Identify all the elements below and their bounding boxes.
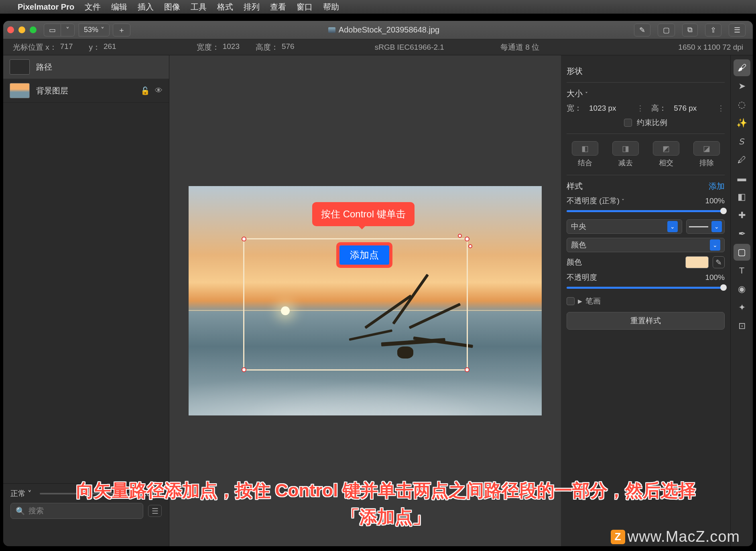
style-tool[interactable]: 🖌: [734, 59, 750, 76]
size-header[interactable]: 大小 ˅: [567, 88, 588, 99]
opacity2-value: 100%: [705, 273, 725, 282]
width-value: 1023: [223, 42, 240, 53]
opacity-dropdown[interactable]: 不透明度 (正常) ˅: [567, 196, 624, 206]
layer-background[interactable]: 背景图层 🔓 👁: [3, 79, 169, 103]
dashed-circle-icon: ◌: [738, 99, 746, 110]
constrain-checkbox[interactable]: [624, 119, 632, 127]
opacity-slider[interactable]: [567, 210, 725, 212]
crop-icon: ▢: [663, 26, 670, 34]
width-stepper[interactable]: ⋮: [636, 104, 644, 113]
height-stepper[interactable]: ⋮: [717, 104, 725, 113]
add-style-link[interactable]: 添加: [709, 181, 725, 192]
stroke-section-toggle[interactable]: ▶ 笔画: [567, 296, 725, 306]
tool-rail: 🖌 ➤ ◌ ✨ 𝘚 🖊 ▬ ◧ ✚ ✒ ▢ T ◉ ✦ ⊡: [730, 55, 753, 546]
menu-help[interactable]: 帮助: [323, 2, 339, 12]
image-preview: 按住 Control 键单击 添加点: [189, 186, 542, 415]
layer-thumbnail: [10, 59, 30, 75]
menu-insert[interactable]: 插入: [138, 2, 154, 12]
cursor-x-label: 光标位置 x：: [13, 42, 57, 53]
eyedropper-icon: ✎: [715, 258, 722, 267]
context-menu-add-point[interactable]: 添加点: [339, 245, 389, 265]
sidebar-dropdown-button[interactable]: ˅: [61, 24, 75, 36]
fill-type-dropdown[interactable]: 颜色⌄: [567, 238, 725, 252]
path-handle-tl[interactable]: [242, 237, 246, 241]
menu-window[interactable]: 窗口: [297, 2, 313, 12]
path-handle-tr[interactable]: [465, 237, 469, 241]
sidebar-toggle-button[interactable]: ▭: [44, 24, 61, 36]
height-input[interactable]: 576 px: [674, 104, 697, 113]
path-handle-tr-aux1[interactable]: [458, 234, 462, 238]
subtract-label: 减去: [607, 158, 644, 168]
instruction-line1: 向矢量路径添加点，按住 Control 键并单击两点之间路径段的一部分，然后选择: [40, 477, 732, 504]
stroke-style-dropdown[interactable]: ⌄: [686, 219, 725, 234]
arrange-tool[interactable]: ➤: [734, 78, 750, 95]
subtract-button[interactable]: ◨: [612, 141, 639, 156]
intersect-button[interactable]: ◩: [653, 141, 679, 156]
fullscreen-window-button[interactable]: [30, 26, 37, 33]
stroke-align-dropdown[interactable]: 中央⌄: [567, 219, 682, 234]
lasso-icon: 𝘚: [739, 136, 744, 147]
eyedropper-button[interactable]: ✎: [713, 256, 725, 268]
unlock-icon[interactable]: 🔓: [140, 86, 150, 95]
crop-button[interactable]: ▢: [658, 24, 675, 36]
minimize-window-button[interactable]: [18, 26, 25, 33]
chevron-updown-icon: ⌄: [710, 239, 720, 251]
app-window: ▭ ˅ 53%˅ ＋ AdobeStock_203958648.jpg ✎ ▢ …: [3, 21, 753, 546]
menu-view[interactable]: 查看: [270, 2, 286, 12]
share-button[interactable]: ⇪: [705, 24, 721, 36]
watermark-logo-icon: Z: [611, 530, 625, 544]
fill-tool[interactable]: ▬: [734, 170, 750, 187]
adjustments-button[interactable]: ☰: [729, 24, 746, 36]
height-label: 高：: [651, 103, 667, 113]
visible-icon[interactable]: 👁: [155, 86, 163, 95]
duplicate-button[interactable]: ⧉: [682, 24, 698, 36]
canvas-area[interactable]: 按住 Control 键单击 添加点: [169, 55, 561, 546]
exclude-button[interactable]: ◪: [693, 141, 720, 156]
blend-mode-dropdown[interactable]: 正常 ˅: [10, 488, 32, 499]
erase-tool[interactable]: ◧: [734, 188, 750, 205]
document-icon: [328, 27, 335, 33]
lasso-tool[interactable]: 𝘚: [734, 133, 750, 150]
pen-tool[interactable]: ✒: [734, 225, 750, 242]
color-adjust-tool[interactable]: ◉: [734, 281, 750, 298]
zoom-dropdown[interactable]: 53%˅: [79, 24, 110, 36]
section-shape-title: 形状: [567, 66, 725, 77]
menu-format[interactable]: 格式: [217, 2, 233, 12]
menu-arrange[interactable]: 排列: [244, 2, 260, 12]
layer-path[interactable]: 路径: [3, 55, 169, 79]
menu-image[interactable]: 图像: [164, 2, 180, 12]
repair-tool[interactable]: ✚: [734, 207, 750, 224]
chevron-down-icon: ˅: [585, 91, 588, 97]
color-swatch[interactable]: [685, 256, 709, 268]
path-handle-br[interactable]: [465, 367, 469, 372]
app-name[interactable]: Pixelmator Pro: [18, 2, 74, 12]
menu-edit[interactable]: 编辑: [111, 2, 127, 12]
inspector-panel: 形状 大小 ˅ 宽： 1023 px ⋮ 高： 576 px ⋮ 约束比例: [561, 55, 730, 546]
color-label: 颜色: [567, 257, 582, 267]
document-title: AdobeStock_203958648.jpg: [134, 25, 634, 34]
menu-file[interactable]: 文件: [85, 2, 101, 12]
opacity2-label: 不透明度: [567, 272, 597, 283]
combine-button[interactable]: ◧: [572, 141, 598, 156]
stroke-checkbox[interactable]: [567, 297, 575, 305]
type-tool[interactable]: T: [734, 262, 750, 279]
add-button[interactable]: ＋: [113, 24, 130, 36]
close-window-button[interactable]: [7, 26, 14, 33]
marquee-tool[interactable]: ◌: [734, 96, 750, 113]
menu-tools[interactable]: 工具: [191, 2, 207, 12]
effects-tool[interactable]: ✦: [734, 299, 750, 316]
status-bar: 光标位置 x：717 y：261 宽度：1023 高度：576 sRGB IEC…: [3, 39, 753, 55]
opacity2-slider[interactable]: [567, 287, 725, 289]
width-input[interactable]: 1023 px: [589, 104, 616, 113]
height-value: 576: [282, 42, 295, 53]
combine-label: 结合: [567, 158, 603, 168]
crop-tool[interactable]: ⊡: [734, 318, 750, 334]
path-handle-bl[interactable]: [242, 367, 246, 372]
ml-enhance-button[interactable]: ✎: [634, 24, 650, 36]
magic-tool[interactable]: ✨: [734, 115, 750, 132]
path-handle-tr-aux2[interactable]: [468, 244, 472, 248]
reset-style-button[interactable]: 重置样式: [567, 312, 725, 330]
paint-tool[interactable]: 🖊: [734, 152, 750, 168]
duplicate-icon: ⧉: [687, 26, 693, 34]
shape-tool[interactable]: ▢: [734, 244, 750, 261]
